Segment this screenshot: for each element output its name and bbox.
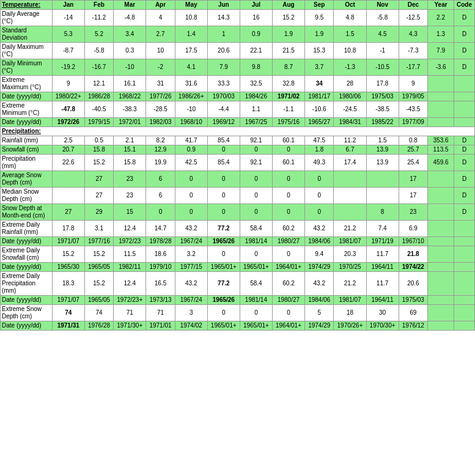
row-label: Rainfall (mm) [1, 136, 53, 145]
cell-value: 1982/11 [114, 263, 146, 272]
col-header-label: Temperature: [1, 1, 53, 10]
cell-value: -14 [52, 10, 84, 26]
cell-value: 4.5 [366, 26, 399, 43]
cell-value: 0 [240, 171, 272, 188]
cell-value [428, 321, 454, 331]
cell-value: 4.1 [175, 59, 207, 76]
cell-value: 1972/23+ [114, 296, 146, 305]
cell-value: 18.3 [52, 272, 84, 296]
cell-value: 20.7 [52, 145, 84, 155]
cell-value: 27 [84, 171, 113, 188]
cell-value: 1980/06 [334, 92, 366, 101]
cell-value: 23 [399, 204, 427, 221]
cell-value: 3 [175, 305, 207, 321]
cell-value [428, 204, 454, 221]
cell-value: 1.4 [175, 26, 207, 43]
cell-value: 17.8 [52, 221, 84, 237]
cell-value: -11.2 [84, 10, 113, 26]
cell-value: 1977/15 [175, 263, 207, 272]
cell-value: 1985/22 [366, 118, 399, 127]
row-label: Daily Average (°C) [1, 10, 53, 26]
cell-value: -10 [175, 101, 207, 118]
cell-value [454, 237, 475, 246]
cell-value: 30 [366, 305, 399, 321]
cell-value: 47.5 [305, 136, 334, 145]
cell-value: 7.4 [366, 221, 399, 237]
cell-value: 6 [146, 171, 175, 188]
cell-value: 13.9 [366, 145, 399, 155]
col-header-jul: Jul [240, 1, 272, 10]
cell-value: 60.2 [272, 221, 304, 237]
cell-value: 13.9 [366, 155, 399, 171]
cell-value: 2.2 [428, 10, 454, 26]
table-row: Median Snow Depth (cm)272360000017D [1, 188, 475, 204]
cell-value: 5.2 [84, 26, 113, 43]
cell-value: -5.8 [84, 43, 113, 59]
cell-value: 43.2 [305, 221, 334, 237]
cell-value: 15 [114, 204, 146, 221]
cell-value: 0 [305, 171, 334, 188]
cell-value [454, 246, 475, 263]
cell-value: 1965/26 [207, 237, 240, 246]
cell-value: 4.8 [334, 10, 366, 26]
cell-value: 1968/22 [114, 92, 146, 101]
cell-value: 1971/30+ [114, 321, 146, 331]
cell-value: 9 [52, 76, 84, 92]
cell-value: 18.6 [146, 246, 175, 263]
cell-value: 20.6 [207, 43, 240, 59]
cell-value [454, 76, 475, 92]
cell-value: 15.2 [52, 246, 84, 263]
cell-value: D [454, 204, 475, 221]
cell-value: 1980/22+ [52, 92, 84, 101]
cell-value: 3.7 [305, 59, 334, 76]
cell-value: 1 [207, 26, 240, 43]
row-label: Extreme Daily Precipitation (mm) [1, 272, 53, 296]
cell-value: 60.1 [272, 155, 304, 171]
table-row: Daily Maximum (°C)-8.7-5.80.31017.520.62… [1, 43, 475, 59]
cell-value: -43.5 [399, 101, 427, 118]
table-row: Extreme Daily Snowfall (cm)15.215.211.51… [1, 246, 475, 263]
row-label: Daily Maximum (°C) [1, 43, 53, 59]
cell-value: 1965/05 [84, 263, 113, 272]
cell-value: -47.8 [52, 101, 84, 118]
cell-value: 0.9 [175, 145, 207, 155]
row-label: Date (yyyy/dd) [1, 263, 53, 272]
row-label: Median Snow Depth (cm) [1, 188, 53, 204]
cell-value [454, 321, 475, 331]
cell-value [428, 118, 454, 127]
cell-value: 1986/28 [84, 92, 113, 101]
cell-value: 1979/05 [399, 92, 427, 101]
cell-value [454, 101, 475, 118]
cell-value: 74 [84, 305, 113, 321]
cell-value: 8.7 [272, 59, 304, 76]
cell-value: 1975/03 [366, 92, 399, 101]
cell-value: -17.7 [399, 59, 427, 76]
cell-value: 1.1 [240, 101, 272, 118]
cell-value: 1986/26+ [175, 92, 207, 101]
cell-value: 1974/29 [305, 321, 334, 331]
cell-value: 27 [84, 188, 113, 204]
cell-value: 0 [240, 188, 272, 204]
row-label: Date (yyyy/dd) [1, 321, 53, 331]
cell-value: 0 [272, 204, 304, 221]
table-row: Date (yyyy/dd)1972/261979/151972/011982/… [1, 118, 475, 127]
row-label: Daily Minimum (°C) [1, 59, 53, 76]
cell-value: D [454, 10, 475, 26]
cell-value: 77.2 [207, 221, 240, 237]
cell-value: 25.7 [399, 145, 427, 155]
cell-value: D [454, 136, 475, 145]
cell-value: 1.8 [305, 145, 334, 155]
cell-value [366, 171, 399, 188]
cell-value: 6.7 [334, 145, 366, 155]
cell-value: 20.3 [334, 246, 366, 263]
cell-value [428, 263, 454, 272]
cell-value: 32.5 [240, 76, 272, 92]
cell-value: 31.6 [175, 76, 207, 92]
cell-value: 92.1 [240, 136, 272, 145]
cell-value: 0 [146, 204, 175, 221]
cell-value: 0 [305, 188, 334, 204]
cell-value: 15.2 [272, 10, 304, 26]
cell-value: 21.2 [334, 272, 366, 296]
cell-value: 43.2 [175, 221, 207, 237]
cell-value: 11.2 [334, 136, 366, 145]
